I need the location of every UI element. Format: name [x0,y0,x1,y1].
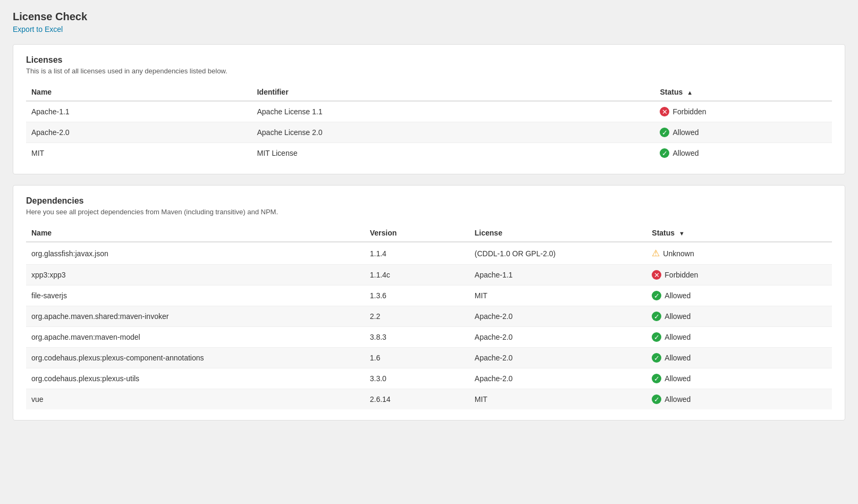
forbidden-icon: ✕ [652,270,661,280]
dep-license-cell: Apache-2.0 [469,368,647,389]
allowed-icon: ✓ [660,128,669,137]
deps-col-status[interactable]: Status ▼ [646,224,832,242]
license-name-cell: Apache-1.1 [26,101,251,122]
dep-status-cell: ✓ Allowed [646,348,832,368]
dep-version-cell: 2.2 [365,306,469,327]
table-row: xpp3:xpp3 1.1.4c Apache-1.1 ✕ Forbidden [26,265,832,285]
dependencies-card: Dependencies Here you see all project de… [13,185,845,421]
status-label: Allowed [664,395,691,404]
dependencies-section-desc: Here you see all project dependencies fr… [26,208,832,216]
dependencies-table-body: org.glassfish:javax.json 1.1.4 (CDDL-1.0… [26,242,832,409]
status-label: Allowed [664,312,691,321]
licenses-card: Licenses This is a list of all licenses … [13,44,845,174]
status-label: Unknown [663,249,694,258]
status-label: Allowed [664,291,691,300]
dep-name-cell: org.apache.maven.shared:maven-invoker [26,306,365,327]
license-name-cell: MIT [26,143,251,164]
dependencies-table: Name Version License Status ▼ org.glass [26,224,832,409]
status-label: Forbidden [672,107,706,116]
dep-version-cell: 1.1.4c [365,265,469,285]
license-status-cell: ✓ Allowed [654,143,832,164]
status-label: Allowed [664,374,691,383]
table-row: org.apache.maven:maven-model 3.8.3 Apach… [26,327,832,348]
deps-col-name: Name [26,224,365,242]
unknown-icon: ⚠ [652,248,660,259]
dep-status-cell: ✓ Allowed [646,306,832,327]
status-label: Forbidden [664,271,698,279]
dep-license-cell: (CDDL-1.0 OR GPL-2.0) [469,242,647,265]
dep-name-cell: org.codehaus.plexus:plexus-component-ann… [26,348,365,368]
licenses-table-body: Apache-1.1 Apache License 1.1 ✕ Forbidde… [26,101,832,163]
license-identifier-cell: Apache License 2.0 [251,122,654,143]
dep-license-cell: MIT [469,389,647,410]
allowed-icon: ✓ [652,291,661,300]
licenses-col-identifier: Identifier [251,83,654,101]
dependencies-table-header-row: Name Version License Status ▼ [26,224,832,242]
allowed-icon: ✓ [652,394,661,404]
status-label: Allowed [664,354,691,362]
table-row: org.glassfish:javax.json 1.1.4 (CDDL-1.0… [26,242,832,265]
dep-version-cell: 3.3.0 [365,368,469,389]
allowed-icon: ✓ [652,374,661,383]
table-row: vue 2.6.14 MIT ✓ Allowed [26,389,832,410]
allowed-icon: ✓ [652,312,661,321]
dep-license-cell: Apache-1.1 [469,265,647,285]
dependencies-section-title: Dependencies [26,196,832,206]
dep-status-cell: ✓ Allowed [646,285,832,306]
table-row: org.codehaus.plexus:plexus-utils 3.3.0 A… [26,368,832,389]
licenses-section-title: Licenses [26,55,832,65]
sort-desc-icon: ▼ [679,230,685,237]
licenses-col-status[interactable]: Status ▲ [654,83,832,101]
allowed-icon: ✓ [652,353,661,363]
dep-license-cell: Apache-2.0 [469,306,647,327]
licenses-table: Name Identifier Status ▲ Apache-1.1 Apac… [26,83,832,163]
table-row: Apache-2.0 Apache License 2.0 ✓ Allowed [26,122,832,143]
dep-name-cell: vue [26,389,365,410]
dep-status-cell: ✓ Allowed [646,389,832,410]
dep-license-cell: MIT [469,285,647,306]
table-row: MIT MIT License ✓ Allowed [26,143,832,164]
dep-name-cell: org.glassfish:javax.json [26,242,365,265]
dep-name-cell: file-saverjs [26,285,365,306]
dep-version-cell: 1.6 [365,348,469,368]
license-name-cell: Apache-2.0 [26,122,251,143]
licenses-section-desc: This is a list of all licenses used in a… [26,67,832,75]
allowed-icon: ✓ [652,332,661,342]
deps-col-version: Version [365,224,469,242]
export-to-excel-link[interactable]: Export to Excel [13,25,63,33]
status-label: Allowed [672,128,699,137]
table-row: file-saverjs 1.3.6 MIT ✓ Allowed [26,285,832,306]
dep-status-cell: ✓ Allowed [646,368,832,389]
dep-name-cell: xpp3:xpp3 [26,265,365,285]
status-label: Allowed [664,333,691,341]
table-row: org.codehaus.plexus:plexus-component-ann… [26,348,832,368]
dep-status-cell: ✕ Forbidden [646,265,832,285]
table-row: Apache-1.1 Apache License 1.1 ✕ Forbidde… [26,101,832,122]
page-title: License Check [13,11,845,23]
licenses-col-name: Name [26,83,251,101]
status-label: Allowed [672,149,699,157]
dep-license-cell: Apache-2.0 [469,348,647,368]
dep-name-cell: org.codehaus.plexus:plexus-utils [26,368,365,389]
dep-name-cell: org.apache.maven:maven-model [26,327,365,348]
dep-version-cell: 2.6.14 [365,389,469,410]
deps-col-license: License [469,224,647,242]
licenses-table-header-row: Name Identifier Status ▲ [26,83,832,101]
dep-version-cell: 3.8.3 [365,327,469,348]
license-identifier-cell: MIT License [251,143,654,164]
license-status-cell: ✓ Allowed [654,122,832,143]
license-status-cell: ✕ Forbidden [654,101,832,122]
sort-asc-icon: ▲ [687,89,693,96]
dep-version-cell: 1.3.6 [365,285,469,306]
forbidden-icon: ✕ [660,107,669,116]
allowed-icon: ✓ [660,148,669,158]
dep-license-cell: Apache-2.0 [469,327,647,348]
dep-version-cell: 1.1.4 [365,242,469,265]
license-identifier-cell: Apache License 1.1 [251,101,654,122]
page-container: License Check Export to Excel Licenses T… [0,0,858,431]
table-row: org.apache.maven.shared:maven-invoker 2.… [26,306,832,327]
dep-status-cell: ⚠ Unknown [646,242,832,265]
dep-status-cell: ✓ Allowed [646,327,832,348]
